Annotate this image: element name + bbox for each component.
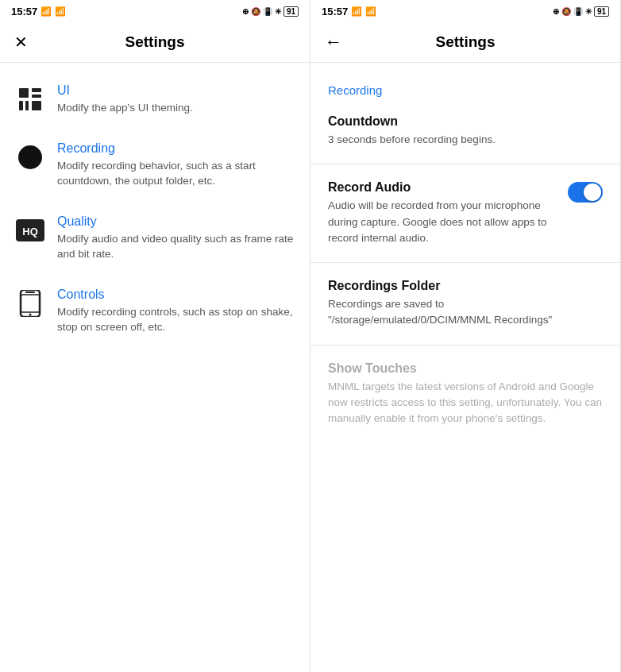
svg-rect-5 bbox=[32, 101, 41, 110]
status-left-right: 15:57 📶 📶 bbox=[322, 6, 376, 17]
signal-icon-right: 📶 bbox=[351, 6, 362, 17]
divider-3 bbox=[310, 345, 620, 346]
recording-item-title: Recording bbox=[57, 141, 294, 156]
battery-icon-r: 91 bbox=[594, 6, 609, 17]
show-touches-title: Show Touches bbox=[328, 361, 603, 376]
svg-rect-1 bbox=[32, 88, 41, 92]
svg-point-6 bbox=[18, 145, 42, 169]
record-audio-desc: Audio will be recorded from your microph… bbox=[328, 198, 558, 246]
svg-rect-3 bbox=[19, 101, 23, 110]
ui-item-desc: Modify the app's UI theming. bbox=[57, 100, 294, 116]
svg-rect-9 bbox=[21, 290, 40, 317]
bt-icon-r: ✳ bbox=[585, 7, 592, 16]
right-header: ← Settings bbox=[310, 22, 620, 63]
record-audio-text: Record Audio Audio will be recorded from… bbox=[328, 180, 558, 246]
status-left: 15:57 📶 📶 bbox=[11, 6, 66, 17]
bt-icon: ✳ bbox=[275, 7, 281, 16]
svg-rect-10 bbox=[25, 292, 35, 293]
record-audio-setting[interactable]: Record Audio Audio will be recorded from… bbox=[310, 169, 620, 257]
record-audio-row: Record Audio Audio will be recorded from… bbox=[328, 180, 603, 246]
status-bar-right: 15:57 📶 📶 ⊕ 🔕 📳 ✳ 91 bbox=[310, 0, 620, 22]
settings-item-controls[interactable]: Controls Modify recording controls, such… bbox=[0, 275, 310, 348]
show-touches-desc: MNML targets the latest versions of Andr… bbox=[328, 379, 603, 427]
nfc-icon: ⊕ bbox=[242, 7, 249, 16]
svg-rect-2 bbox=[32, 95, 41, 98]
recording-settings: Recording Countdown 3 seconds before rec… bbox=[310, 63, 620, 446]
signal-icon-left: 📶 bbox=[40, 6, 52, 17]
status-time-right: 15:57 bbox=[322, 6, 348, 17]
svg-rect-11 bbox=[21, 295, 40, 312]
wifi-icon-right: 📶 bbox=[365, 6, 376, 17]
back-button[interactable]: ← bbox=[325, 32, 342, 52]
ui-item-title: UI bbox=[57, 83, 294, 98]
status-bar-left: 15:57 📶 📶 ⊕ 🔕 📳 ✳ 91 bbox=[0, 0, 310, 22]
divider-1 bbox=[310, 164, 620, 164]
battery-icon: 91 bbox=[284, 6, 299, 17]
ui-icon bbox=[16, 85, 44, 114]
svg-text:HQ: HQ bbox=[22, 226, 38, 238]
record-audio-title: Record Audio bbox=[328, 180, 558, 195]
quality-item-title: Quality bbox=[57, 214, 294, 229]
controls-item-content: Controls Modify recording controls, such… bbox=[57, 288, 294, 335]
right-header-title: Settings bbox=[436, 33, 496, 51]
ui-item-content: UI Modify the app's UI theming. bbox=[57, 83, 294, 116]
recordings-folder-desc: Recordings are saved to "/storage/emulat… bbox=[328, 296, 603, 329]
settings-item-ui[interactable]: UI Modify the app's UI theming. bbox=[0, 71, 310, 129]
countdown-setting[interactable]: Countdown 3 seconds before recording beg… bbox=[310, 103, 620, 159]
recording-item-desc: Modify recording behavior, such as a sta… bbox=[57, 158, 294, 189]
left-header: ✕ Settings bbox=[0, 22, 310, 63]
countdown-title: Countdown bbox=[328, 114, 603, 129]
recording-item-content: Recording Modify recording behavior, suc… bbox=[57, 141, 294, 189]
countdown-desc: 3 seconds before recording begins. bbox=[328, 132, 603, 148]
show-touches-setting: Show Touches MNML targets the latest ver… bbox=[310, 350, 620, 438]
left-panel: 15:57 📶 📶 ⊕ 🔕 📳 ✳ 91 ✕ Settings bbox=[0, 0, 310, 672]
quality-icon: HQ bbox=[16, 216, 44, 245]
status-right-left: ⊕ 🔕 📳 ✳ 91 bbox=[242, 6, 299, 17]
record-audio-toggle[interactable] bbox=[568, 182, 603, 203]
toggle-knob bbox=[584, 183, 601, 201]
right-panel: 15:57 📶 📶 ⊕ 🔕 📳 ✳ 91 ← Settings Recordin… bbox=[310, 0, 621, 672]
controls-icon bbox=[16, 289, 44, 318]
wifi-icon-left: 📶 bbox=[55, 6, 66, 17]
left-header-title: Settings bbox=[125, 33, 185, 51]
nfc-icon-r: ⊕ bbox=[553, 7, 559, 16]
recordings-folder-setting[interactable]: Recordings Folder Recordings are saved t… bbox=[310, 268, 620, 340]
settings-list: UI Modify the app's UI theming. Recordin… bbox=[0, 63, 310, 356]
controls-item-title: Controls bbox=[57, 288, 294, 302]
status-time-left: 15:57 bbox=[11, 6, 37, 17]
svg-rect-4 bbox=[25, 101, 29, 110]
mute-icon-r: 🔕 bbox=[561, 7, 571, 16]
svg-point-12 bbox=[29, 313, 32, 315]
close-button[interactable]: ✕ bbox=[14, 34, 28, 50]
recordings-folder-title: Recordings Folder bbox=[328, 279, 603, 293]
settings-item-quality[interactable]: HQ Quality Modify audio and video qualit… bbox=[0, 202, 310, 275]
recording-icon bbox=[16, 143, 44, 172]
divider-2 bbox=[310, 262, 620, 263]
svg-rect-0 bbox=[19, 88, 29, 98]
mute-icon: 🔕 bbox=[251, 7, 260, 16]
quality-item-desc: Modify audio and video quality such as f… bbox=[57, 231, 294, 262]
settings-item-recording[interactable]: Recording Modify recording behavior, suc… bbox=[0, 129, 310, 202]
status-right-right: ⊕ 🔕 📳 ✳ 91 bbox=[553, 6, 609, 17]
controls-item-desc: Modify recording controls, such as stop … bbox=[57, 304, 294, 335]
vibrate-icon: 📳 bbox=[263, 7, 272, 16]
quality-item-content: Quality Modify audio and video quality s… bbox=[57, 214, 294, 262]
vibrate-icon-r: 📳 bbox=[573, 7, 583, 16]
recording-section-label: Recording bbox=[310, 71, 620, 103]
